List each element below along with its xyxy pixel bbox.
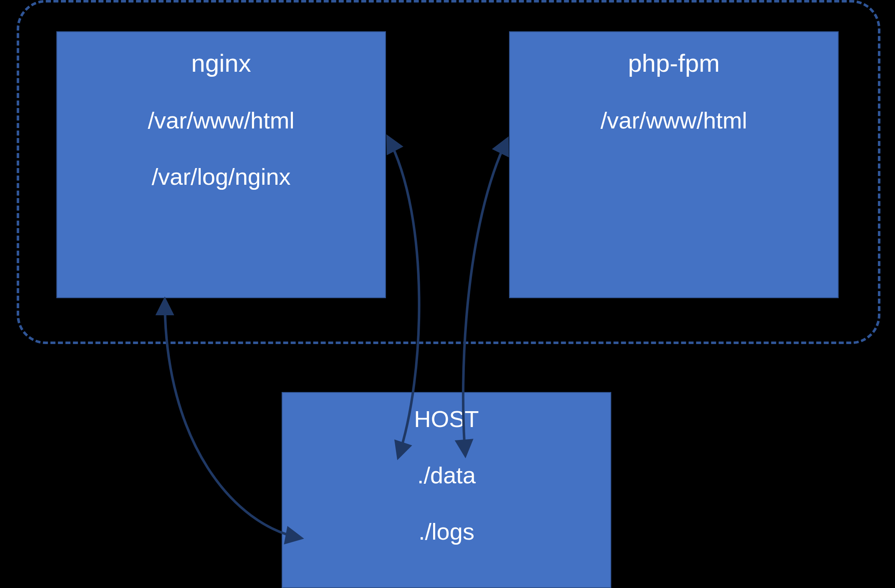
nginx-box: nginx /var/www/html /var/log/nginx bbox=[56, 31, 386, 298]
nginx-path-log: /var/log/nginx bbox=[57, 163, 385, 190]
nginx-title: nginx bbox=[57, 49, 385, 78]
phpfpm-box: php-fpm /var/www/html bbox=[509, 31, 839, 298]
host-title: HOST bbox=[282, 405, 610, 432]
host-box: HOST ./data ./logs bbox=[282, 392, 611, 588]
phpfpm-title: php-fpm bbox=[510, 49, 838, 78]
host-path-logs: ./logs bbox=[282, 518, 610, 545]
nginx-path-html: /var/www/html bbox=[57, 107, 385, 134]
phpfpm-path-html: /var/www/html bbox=[510, 107, 838, 134]
host-path-data: ./data bbox=[282, 462, 610, 489]
diagram-canvas: nginx /var/www/html /var/log/nginx php-f… bbox=[0, 0, 895, 588]
